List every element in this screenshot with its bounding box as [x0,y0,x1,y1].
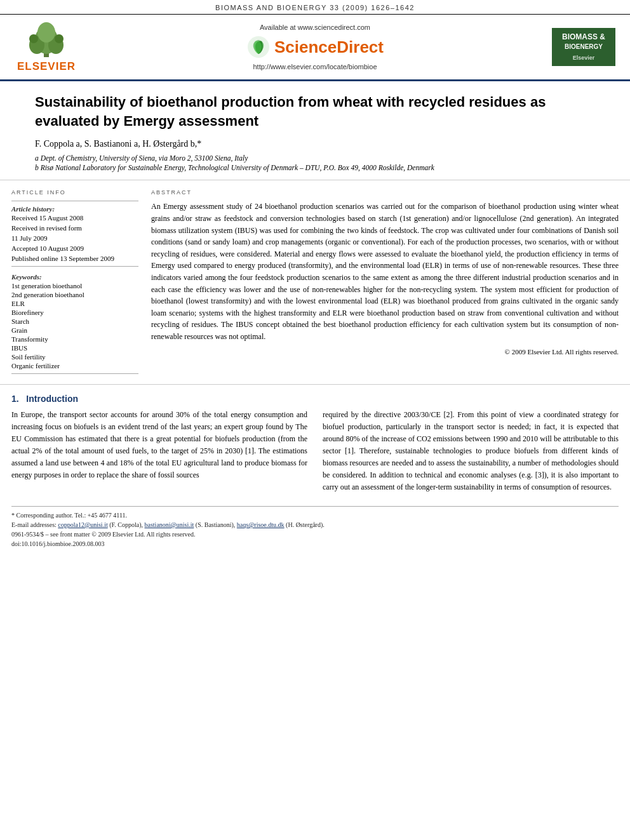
intro-para-1: In Europe, the transport sector accounts… [11,409,307,481]
abstract-text: An Emergy assessment study of 24 bioetha… [151,201,619,342]
authors-text: F. Coppola a, S. Bastianoni a, H. Østerg… [35,139,201,149]
section-name: Introduction [26,394,78,404]
sd-brand-text: ScienceDirect [274,37,384,57]
footnote-email: E-mail addresses: coppola12@unisi.it (F.… [11,520,619,530]
section-number: 1. [11,394,19,404]
svg-point-6 [55,34,64,43]
keywords-label: Keywords: [11,273,138,281]
main-body: 1. Introduction In Europe, the transport… [0,385,630,555]
email-coppola[interactable]: coppola12@unisi.it [58,521,107,528]
footnotes-section: * Corresponding author. Tel.: +45 4677 4… [11,506,619,549]
keyword-3: ELR [11,300,138,307]
banner: ELSEVIER Available at www.sciencedirect.… [0,15,630,81]
sciencedirect-center: Available at www.sciencedirect.com Scien… [81,23,549,70]
journal-header-text: BIOMASS AND BIOENERGY 33 (2009) 1626–164… [215,4,415,11]
elsevier-tree-icon [21,21,72,59]
article-title-section: Sustainability of bioethanol production … [0,81,630,180]
keyword-10: Organic fertilizer [11,362,138,370]
svg-point-5 [29,34,38,43]
available-text: Available at www.sciencedirect.com [260,23,370,31]
footnote-corresponding: * Corresponding author. Tel.: +45 4677 4… [11,510,619,520]
intro-body-cols: In Europe, the transport sector accounts… [11,409,619,498]
intro-section-title: 1. Introduction [11,394,619,404]
email-haqs[interactable]: haqs@risoe.dtu.dk [237,521,285,528]
accepted-date: Accepted 10 August 2009 [11,244,138,252]
keyword-9: Soil fertility [11,353,138,361]
intro-col-left: In Europe, the transport sector accounts… [11,409,307,498]
journal-badge-title: BIOMASS & [557,32,610,43]
authors: F. Coppola a, S. Bastianoni a, H. Østerg… [35,139,595,149]
keyword-1: 1st generation bioethanol [11,282,138,290]
divider-top [11,201,138,201]
divider-bottom [11,373,138,374]
journal-badge-note: Elsevier [557,54,610,62]
footnote-doi: doi:10.1016/j.biombioe.2009.08.003 [11,539,619,549]
sciencedirect-leaf-icon [246,35,271,59]
article-info-col: ARTICLE INFO Article history: Received 1… [11,189,138,378]
article-info-heading: ARTICLE INFO [11,189,138,196]
divider-keywords [11,266,138,267]
elsevier-brand-text: ELSEVIER [17,60,76,73]
elsevier-logo: ELSEVIER [11,21,81,73]
received-revised-label: Received in revised form [11,224,138,232]
footnote-issn: 0961-9534/$ – see front matter © 2009 El… [11,530,619,539]
keyword-7: Transformity [11,335,138,343]
journal-header: BIOMASS AND BIOENERGY 33 (2009) 1626–164… [0,0,630,15]
email-bastianoni[interactable]: bastianoni@unisi.it [145,521,194,528]
history-label: Article history: [11,205,138,213]
published-date: Published online 13 September 2009 [11,255,138,262]
journal-logo-right: BIOMASS & BIOENERGY Elsevier [549,28,619,65]
keyword-5: Starch [11,317,138,325]
keywords-section: Keywords: 1st generation bioethanol 2nd … [11,273,138,370]
keyword-2: 2nd generation bioethanol [11,291,138,298]
sd-url-text: http://www.elsevier.com/locate/biombioe [253,63,377,70]
sd-logo: ScienceDirect [246,35,384,59]
affiliation-b: b Risø National Laboratory for Sustainab… [35,164,595,171]
abstract-heading: ABSTRACT [151,189,619,196]
received1: Received 15 August 2008 [11,214,138,222]
keyword-8: IBUS [11,344,138,352]
journal-badge-subtitle: BIOENERGY [565,43,603,50]
svg-point-4 [37,22,55,43]
article-main-title: Sustainability of bioethanol production … [35,93,595,130]
keyword-4: Biorefinery [11,309,138,316]
journal-badge: BIOMASS & BIOENERGY Elsevier [552,28,615,65]
intro-para-2: required by the directive 2003/30/CE [2]… [323,409,619,493]
intro-col-right: required by the directive 2003/30/CE [2]… [323,409,619,498]
keyword-6: Grain [11,326,138,334]
affiliation-a: a Dept. of Chemistry, University of Sien… [35,154,595,162]
article-info-abstract-section: ARTICLE INFO Article history: Received 1… [0,180,630,385]
abstract-col: ABSTRACT An Emergy assessment study of 2… [151,189,619,378]
copyright-line: © 2009 Elsevier Ltd. All rights reserved… [151,348,619,356]
revised-date: 11 July 2009 [11,234,138,242]
